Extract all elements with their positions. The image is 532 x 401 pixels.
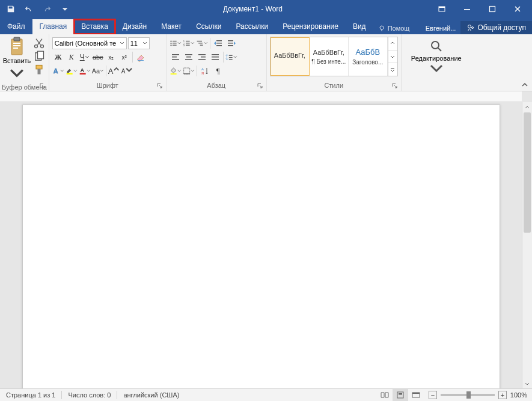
bullets-icon[interactable] — [170, 37, 182, 49]
paste-button[interactable]: Вставить — [2, 35, 32, 84]
tab-layout[interactable]: Макет — [154, 19, 189, 34]
document-page[interactable] — [22, 105, 500, 388]
highlight-icon[interactable] — [66, 65, 78, 77]
tab-references[interactable]: Ссылки — [189, 19, 228, 34]
minimize-button[interactable] — [455, 1, 479, 17]
sort-icon[interactable]: AЯ — [199, 65, 211, 77]
zoom-in-button[interactable]: + — [498, 391, 507, 399]
zoom-out-button[interactable]: − — [429, 391, 437, 399]
svg-rect-47 — [172, 59, 179, 60]
svg-rect-38 — [200, 44, 203, 45]
zoom-slider[interactable] — [441, 394, 495, 396]
scroll-thumb[interactable] — [524, 112, 531, 233]
underline-button[interactable]: Ч — [79, 51, 91, 63]
tab-file[interactable]: Файл — [0, 19, 32, 34]
vertical-scrollbar[interactable] — [522, 102, 532, 388]
font-size-combo[interactable]: 11 — [128, 37, 150, 49]
svg-point-13 — [35, 45, 38, 48]
style-normal[interactable]: АаБбВвГг, — [271, 37, 310, 76]
read-mode-icon[interactable] — [377, 389, 393, 402]
gallery-up-icon[interactable] — [388, 37, 397, 50]
clipboard-launcher-icon[interactable] — [38, 82, 46, 90]
styles-launcher-icon[interactable] — [391, 82, 398, 90]
ribbon-display-icon[interactable] — [430, 1, 454, 17]
svg-rect-46 — [172, 57, 177, 58]
clear-formatting-icon[interactable] — [135, 51, 147, 63]
user-account[interactable]: Евгений... — [421, 22, 461, 34]
zoom-handle[interactable] — [466, 391, 471, 399]
numbering-icon[interactable]: 123 — [183, 37, 195, 49]
svg-rect-53 — [198, 59, 206, 60]
scroll-down-icon[interactable] — [522, 378, 532, 388]
share-button[interactable]: Общий доступ — [460, 21, 532, 34]
font-color-icon[interactable]: A — [79, 65, 91, 77]
svg-rect-37 — [198, 43, 203, 43]
zoom-level[interactable]: 100% — [510, 391, 527, 399]
style-heading1[interactable]: АаБбВ Заголово... — [349, 37, 388, 76]
show-marks-icon[interactable]: ¶ — [212, 65, 224, 77]
italic-button[interactable]: К — [66, 51, 78, 63]
shrink-font-button[interactable]: A — [121, 65, 133, 77]
font-name-combo[interactable]: Calibri (Основной те — [52, 37, 127, 49]
gallery-more-icon[interactable] — [388, 63, 397, 76]
group-styles-label: Стили — [324, 82, 343, 89]
qat-customize-icon[interactable] — [59, 3, 71, 15]
strikethrough-button[interactable]: abc — [92, 51, 104, 63]
svg-rect-17 — [36, 66, 42, 69]
svg-text:A: A — [53, 67, 58, 75]
align-center-icon[interactable] — [183, 51, 195, 63]
change-case-button[interactable]: Aa — [92, 65, 104, 77]
svg-rect-29 — [173, 44, 177, 45]
tab-home[interactable]: Главная — [32, 19, 75, 34]
status-language[interactable]: английский (США) — [117, 391, 185, 399]
web-layout-icon[interactable] — [408, 389, 424, 402]
line-spacing-icon[interactable] — [225, 51, 237, 63]
status-word-count[interactable]: Число слов: 0 — [62, 391, 117, 399]
svg-rect-3 — [490, 7, 495, 12]
align-right-icon[interactable] — [196, 51, 208, 63]
editing-button[interactable]: Редактирование — [409, 37, 464, 79]
borders-icon[interactable] — [183, 65, 195, 77]
tab-mailings[interactable]: Рассылки — [228, 19, 275, 34]
superscript-button[interactable]: x² — [118, 51, 130, 63]
redo-icon[interactable] — [41, 3, 53, 15]
subscript-button[interactable]: x₂ — [105, 51, 117, 63]
grow-font-button[interactable]: A — [108, 65, 120, 77]
tab-insert[interactable]: Вставка — [74, 19, 115, 34]
tab-view[interactable]: Вид — [346, 19, 373, 34]
print-layout-icon[interactable] — [393, 389, 408, 402]
bold-button[interactable]: Ж — [52, 51, 64, 63]
svg-rect-27 — [173, 43, 177, 43]
svg-point-6 — [468, 25, 471, 28]
scroll-up-icon[interactable] — [522, 102, 532, 112]
document-title: Документ1 - Word — [76, 5, 430, 13]
collapse-ribbon-icon[interactable] — [520, 80, 530, 90]
format-painter-icon[interactable] — [33, 64, 45, 75]
tell-me-button[interactable]: Помощ — [373, 22, 415, 34]
horizontal-ruler[interactable] — [0, 91, 522, 102]
tab-design[interactable]: Дизайн — [115, 19, 154, 34]
justify-icon[interactable] — [209, 51, 221, 63]
tab-review[interactable]: Рецензирование — [275, 19, 346, 34]
copy-icon[interactable] — [33, 51, 45, 62]
svg-rect-65 — [391, 68, 394, 69]
styles-gallery: АаБбВвГг, АаБбВвГг, ¶ Без инте... АаБбВ … — [270, 37, 398, 76]
undo-icon[interactable] — [23, 3, 35, 15]
multilevel-list-icon[interactable] — [196, 37, 208, 49]
text-effects-icon[interactable]: A — [52, 65, 64, 77]
maximize-button[interactable] — [480, 1, 504, 17]
close-button[interactable] — [506, 1, 530, 17]
status-page[interactable]: Страница 1 из 1 — [0, 391, 61, 399]
cut-icon[interactable] — [33, 38, 45, 49]
svg-rect-5 — [381, 29, 382, 31]
shading-icon[interactable] — [170, 65, 182, 77]
font-launcher-icon[interactable] — [156, 82, 163, 90]
save-icon[interactable] — [5, 3, 17, 15]
svg-rect-16 — [38, 51, 44, 59]
decrease-indent-icon[interactable] — [212, 37, 224, 49]
gallery-down-icon[interactable] — [388, 50, 397, 63]
align-left-icon[interactable] — [170, 51, 182, 63]
increase-indent-icon[interactable] — [225, 37, 237, 49]
style-no-spacing[interactable]: АаБбВвГг, ¶ Без инте... — [310, 37, 349, 76]
paragraph-launcher-icon[interactable] — [256, 82, 263, 90]
